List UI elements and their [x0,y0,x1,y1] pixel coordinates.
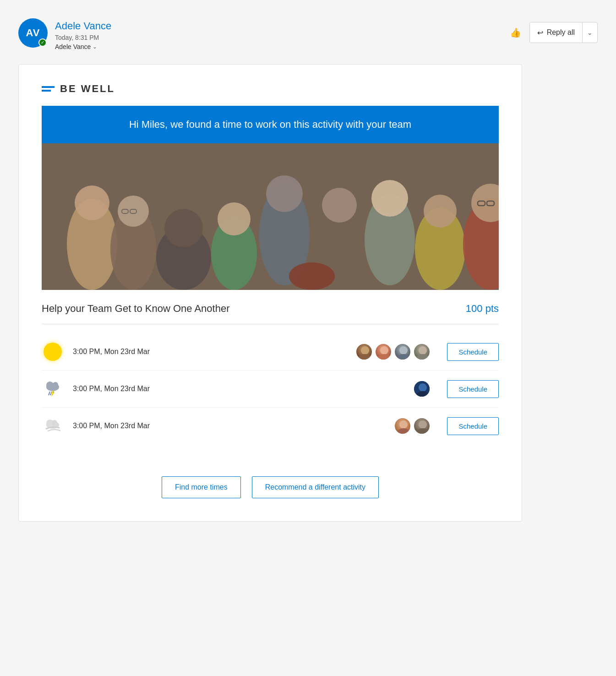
activity-title-row: Help your Team Get to Know One Another 1… [42,290,499,324]
svg-point-35 [46,382,54,389]
team-photo [42,143,499,290]
sender-time: Today, 8:31 PM [55,34,111,41]
attendee-avatars-3 [394,417,431,435]
online-badge [38,38,47,47]
recommend-activity-button[interactable]: Recommend a different activity [252,476,379,498]
action-buttons: 👍 ↩ Reply all ⌄ [506,18,598,43]
bewell-logo: BE WELL [42,83,499,95]
logo-line-bottom [42,90,51,92]
svg-point-30 [399,346,408,354]
svg-point-33 [416,354,429,360]
attendee-avatar [394,417,411,435]
svg-point-31 [397,354,410,360]
svg-point-26 [361,346,369,354]
sun-icon [42,341,64,363]
attendee-avatars-1 [355,343,431,360]
email-card: BE WELL Hi Miles, we found a time to wor… [18,64,522,522]
logo-lines [42,86,55,92]
sender-area: AV Adele Vance Today, 8:31 PM Adele Vanc… [18,18,111,50]
svg-point-46 [52,420,57,425]
attendee-avatar [355,343,373,360]
svg-point-48 [397,428,410,435]
email-wrapper: AV Adele Vance Today, 8:31 PM Adele Vanc… [0,0,616,531]
attendee-avatars-2 [413,380,431,398]
sender-name: Adele Vance [55,20,111,32]
attendee-avatar [375,343,392,360]
attendee-avatar [394,343,411,360]
bottom-actions: Find more times Recommend a different ac… [42,472,499,498]
attendee-avatar [413,343,431,360]
attendee-avatar [413,380,431,398]
team-photo-svg [42,143,499,290]
email-header: AV Adele Vance Today, 8:31 PM Adele Vanc… [14,9,602,64]
logo-line-top [42,86,55,88]
avatar-container: AV [18,18,48,48]
time-slots: 3:00 PM, Mon 23rd Mar Schedule [42,324,499,453]
sender-to: Adele Vance ⌄ [55,43,111,50]
svg-point-29 [378,354,391,360]
activity-title: Help your Team Get to Know One Another [42,303,230,315]
storm-icon [42,378,64,400]
svg-point-28 [380,346,388,354]
activity-points: 100 pts [466,303,499,315]
schedule-button-3[interactable]: Schedule [447,417,499,435]
schedule-button-1[interactable]: Schedule [447,343,499,361]
time-slot: 3:00 PM, Mon 23rd Mar Schedule [42,371,499,408]
svg-point-50 [416,428,429,435]
svg-rect-25 [42,143,499,290]
time-text-2: 3:00 PM, Mon 23rd Mar [73,385,404,393]
find-more-times-button[interactable]: Find more times [162,476,241,498]
svg-point-27 [359,354,371,360]
svg-point-47 [399,420,408,429]
chevron-down-icon[interactable]: ⌄ [93,44,97,50]
attendee-avatar [413,417,431,435]
chevron-down-icon: ⌄ [587,29,593,36]
reply-all-button[interactable]: ↩ Reply all [530,22,582,43]
reply-all-icon: ↩ [537,28,543,37]
svg-point-42 [419,383,427,392]
time-slot: 3:00 PM, Mon 23rd Mar Schedule [42,408,499,444]
wind-icon [42,415,64,437]
reply-dropdown-button[interactable]: ⌄ [583,22,597,43]
time-text-3: 3:00 PM, Mon 23rd Mar [73,422,385,430]
logo-text: BE WELL [60,83,115,95]
banner-text: Hi Miles, we found a time to work on thi… [129,119,411,130]
blue-banner: Hi Miles, we found a time to work on thi… [42,106,499,143]
sender-info: Adele Vance Today, 8:31 PM Adele Vance ⌄ [55,18,111,50]
svg-line-37 [49,392,50,395]
svg-point-32 [419,346,427,354]
team-photo-inner [42,143,499,290]
reply-all-label: Reply all [547,28,575,37]
time-slot: 3:00 PM, Mon 23rd Mar Schedule [42,333,499,371]
svg-point-49 [419,420,427,429]
like-button[interactable]: 👍 [506,22,526,43]
svg-point-36 [53,382,58,387]
schedule-button-2[interactable]: Schedule [447,380,499,398]
thumbs-up-icon: 👍 [510,27,521,38]
time-text-1: 3:00 PM, Mon 23rd Mar [73,348,346,356]
